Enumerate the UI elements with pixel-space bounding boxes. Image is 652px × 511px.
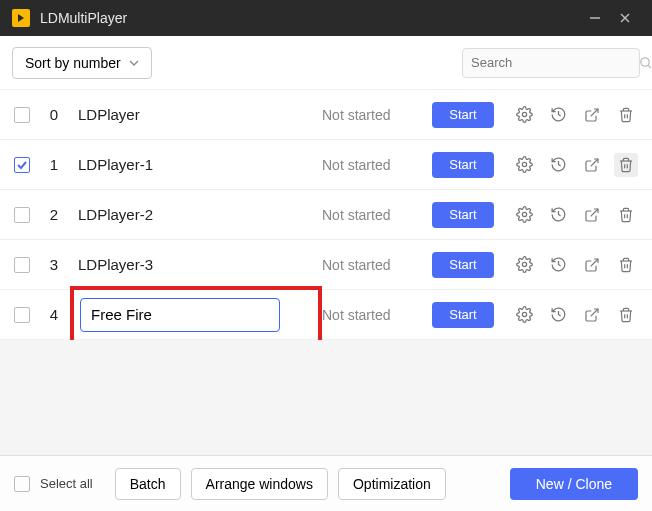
settings-icon[interactable]: [512, 203, 536, 227]
open-external-icon[interactable]: [580, 103, 604, 127]
chevron-down-icon: [129, 58, 139, 68]
instance-name[interactable]: LDPlayer: [78, 106, 322, 123]
svg-line-6: [591, 109, 598, 116]
row-actions: [512, 203, 638, 227]
start-button[interactable]: Start: [432, 152, 494, 178]
svg-point-9: [522, 212, 526, 216]
row-checkbox[interactable]: [14, 207, 30, 223]
delete-icon[interactable]: [614, 203, 638, 227]
table-row: 1LDPlayer-1Not startedStart: [0, 140, 652, 190]
instance-name[interactable]: LDPlayer-1: [78, 156, 322, 173]
start-button[interactable]: Start: [432, 252, 494, 278]
delete-icon[interactable]: [614, 253, 638, 277]
empty-area: [0, 340, 652, 455]
row-index: 3: [44, 256, 64, 273]
svg-point-13: [522, 312, 526, 316]
delete-icon[interactable]: [614, 153, 638, 177]
row-actions: [512, 303, 638, 327]
sort-label: Sort by number: [25, 55, 121, 71]
row-index: 2: [44, 206, 64, 223]
status-text: Not started: [322, 157, 432, 173]
svg-line-10: [591, 209, 598, 216]
status-text: Not started: [322, 257, 432, 273]
start-button[interactable]: Start: [432, 202, 494, 228]
row-index: 4: [44, 306, 64, 323]
table-row: 4Not startedStart: [0, 290, 652, 340]
start-button[interactable]: Start: [432, 302, 494, 328]
settings-icon[interactable]: [512, 153, 536, 177]
row-checkbox[interactable]: [14, 157, 30, 173]
svg-line-12: [591, 259, 598, 266]
delete-icon[interactable]: [614, 303, 638, 327]
history-icon[interactable]: [546, 153, 570, 177]
rename-highlight: [70, 286, 322, 344]
select-all-label: Select all: [40, 476, 93, 491]
status-text: Not started: [322, 107, 432, 123]
open-external-icon[interactable]: [580, 253, 604, 277]
settings-icon[interactable]: [512, 253, 536, 277]
row-checkbox[interactable]: [14, 257, 30, 273]
row-actions: [512, 103, 638, 127]
new-clone-button[interactable]: New / Clone: [510, 468, 638, 500]
window-title: LDMultiPlayer: [40, 10, 580, 26]
table-row: 0LDPlayerNot startedStart: [0, 90, 652, 140]
status-text: Not started: [322, 207, 432, 223]
rename-input[interactable]: [80, 298, 280, 332]
search-icon: [639, 56, 652, 70]
history-icon[interactable]: [546, 303, 570, 327]
select-all-checkbox[interactable]: [14, 476, 30, 492]
open-external-icon[interactable]: [580, 203, 604, 227]
open-external-icon[interactable]: [580, 303, 604, 327]
toolbar: Sort by number: [0, 36, 652, 90]
settings-icon[interactable]: [512, 103, 536, 127]
delete-icon[interactable]: [614, 103, 638, 127]
search-box[interactable]: [462, 48, 640, 78]
svg-line-14: [591, 309, 598, 316]
svg-point-11: [522, 262, 526, 266]
svg-point-3: [641, 57, 649, 65]
instance-name[interactable]: LDPlayer-3: [78, 256, 322, 273]
table-row: 3LDPlayer-3Not startedStart: [0, 240, 652, 290]
svg-point-7: [522, 162, 526, 166]
titlebar: LDMultiPlayer: [0, 0, 652, 36]
row-index: 1: [44, 156, 64, 173]
row-checkbox[interactable]: [14, 107, 30, 123]
open-external-icon[interactable]: [580, 153, 604, 177]
batch-button[interactable]: Batch: [115, 468, 181, 500]
history-icon[interactable]: [546, 203, 570, 227]
app-logo-icon: [12, 9, 30, 27]
sort-dropdown[interactable]: Sort by number: [12, 47, 152, 79]
svg-line-4: [648, 65, 651, 68]
arrange-windows-button[interactable]: Arrange windows: [191, 468, 328, 500]
table-row: 2LDPlayer-2Not startedStart: [0, 190, 652, 240]
minimize-button[interactable]: [580, 0, 610, 36]
search-input[interactable]: [471, 55, 639, 70]
svg-point-5: [522, 112, 526, 116]
history-icon[interactable]: [546, 103, 570, 127]
history-icon[interactable]: [546, 253, 570, 277]
close-button[interactable]: [610, 0, 640, 36]
svg-line-8: [591, 159, 598, 166]
start-button[interactable]: Start: [432, 102, 494, 128]
row-checkbox[interactable]: [14, 307, 30, 323]
row-index: 0: [44, 106, 64, 123]
instance-list: 0LDPlayerNot startedStart1LDPlayer-1Not …: [0, 90, 652, 340]
settings-icon[interactable]: [512, 303, 536, 327]
row-actions: [512, 153, 638, 177]
optimization-button[interactable]: Optimization: [338, 468, 446, 500]
footer-bar: Select all Batch Arrange windows Optimiz…: [0, 455, 652, 511]
instance-name[interactable]: LDPlayer-2: [78, 206, 322, 223]
status-text: Not started: [322, 307, 432, 323]
row-actions: [512, 253, 638, 277]
